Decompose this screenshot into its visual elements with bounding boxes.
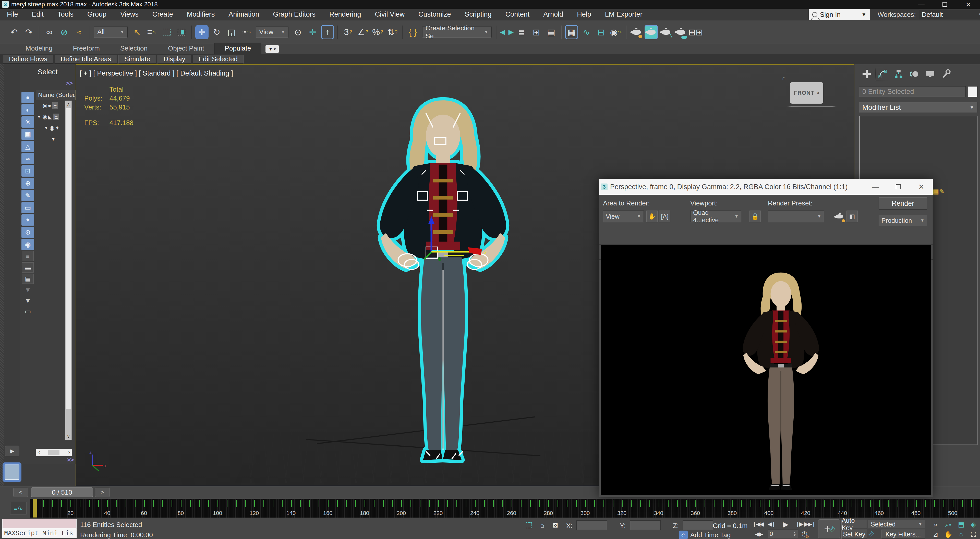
selection-filter-dropdown[interactable]: All▼ bbox=[94, 27, 128, 38]
edit-selected-button[interactable]: Edit Selected bbox=[193, 55, 243, 64]
filter-icon[interactable]: ▼ bbox=[22, 296, 34, 306]
render-setup-button[interactable] bbox=[630, 25, 643, 39]
window-crossing-toggle[interactable] bbox=[175, 25, 188, 39]
next-frame-button[interactable]: > bbox=[95, 488, 110, 497]
maximize-viewport-toggle[interactable]: ⛶ bbox=[967, 529, 979, 539]
key-mode-toggle[interactable]: ◀▶ bbox=[754, 529, 764, 539]
spinner-snap-toggle[interactable]: ⇅? bbox=[386, 25, 399, 39]
tab-motion[interactable] bbox=[907, 67, 922, 81]
render-mode-dropdown[interactable]: Production▼ bbox=[879, 215, 927, 226]
ribbon-options-dropdown[interactable]: ▼ ▾ bbox=[266, 45, 279, 53]
menu-item-edit[interactable]: Edit bbox=[25, 11, 51, 18]
select-and-scale-button[interactable]: ◱ bbox=[225, 25, 238, 39]
eye-icon[interactable]: ◉ bbox=[42, 102, 47, 109]
angle-snap-toggle[interactable]: ∠? bbox=[356, 25, 369, 39]
container-icon[interactable]: ▭ bbox=[22, 306, 34, 316]
rectangular-selection-region-button[interactable] bbox=[160, 25, 173, 39]
material-editor-button[interactable]: ◉↷ bbox=[609, 25, 623, 39]
display-biped-toggle[interactable]: ✦ bbox=[21, 215, 34, 226]
toggle-ribbon-button[interactable]: ▦ bbox=[565, 25, 578, 39]
named-selection-sets-dropdown[interactable]: Create Selection Se▼ bbox=[422, 27, 492, 38]
unlink-selection-icon[interactable]: ⊘ bbox=[57, 25, 71, 39]
maxscript-listener-field[interactable]: MAXScript Mini Lis bbox=[2, 528, 76, 538]
display-helpers-toggle[interactable]: △ bbox=[21, 141, 34, 152]
ribbon-tab-freeform[interactable]: Freeform bbox=[63, 43, 110, 54]
define-idle-areas-button[interactable]: Define Idle Areas bbox=[55, 55, 117, 64]
lock-icon[interactable]: 🔒 bbox=[749, 211, 761, 222]
select-object-button[interactable]: ↖ bbox=[130, 25, 144, 39]
maxscript-mini-listener[interactable]: MAXScript Mini Lis bbox=[2, 519, 76, 539]
display-cameras-toggle[interactable]: ▣ bbox=[21, 129, 34, 140]
close-button[interactable]: × bbox=[956, 0, 980, 9]
expand-icon[interactable]: ▼ bbox=[50, 137, 57, 142]
set-key-button[interactable]: Set Key bbox=[842, 529, 867, 539]
tab-utilities[interactable] bbox=[939, 67, 953, 81]
render-window-title-bar[interactable]: 3 Perspective, frame 0, Display Gamma: 2… bbox=[599, 179, 933, 195]
render-preset-dropdown[interactable]: ▼ bbox=[768, 211, 824, 222]
flat-view-button[interactable]: ▬ bbox=[22, 262, 34, 273]
modifier-list-dropdown[interactable]: Modifier List ▼ bbox=[859, 102, 977, 113]
display-visibility-toggle[interactable]: ◉ bbox=[21, 239, 34, 250]
sign-in-button[interactable]: Sign In ▼ bbox=[809, 9, 870, 20]
time-configuration-icon[interactable]: ◷⚙ bbox=[802, 529, 811, 537]
set-keys-button[interactable]: +⚿ bbox=[818, 519, 840, 538]
rendered-frame-window-button[interactable] bbox=[644, 25, 658, 39]
viewport-dropdown[interactable]: Quad 4...ective▼ bbox=[690, 211, 741, 222]
list-view-button[interactable]: ≡ bbox=[22, 251, 34, 261]
menu-item-help[interactable]: Help bbox=[570, 11, 598, 18]
tab-create[interactable] bbox=[859, 67, 874, 81]
undo-button[interactable]: ↶ bbox=[7, 25, 21, 39]
ribbon-tab-object-paint[interactable]: Object Paint bbox=[158, 43, 215, 54]
mini-play-button[interactable]: ▶ bbox=[5, 445, 19, 456]
orbit-icon[interactable]: ◌ bbox=[955, 529, 967, 539]
auto-key-button[interactable]: Auto Key bbox=[842, 520, 867, 529]
display-lights-toggle[interactable]: ☀ bbox=[21, 116, 34, 127]
previous-frame-button[interactable]: ◀❘ bbox=[765, 520, 778, 529]
add-time-tag[interactable]: ◇ Add Time Tag bbox=[679, 531, 731, 539]
time-slider-handle[interactable]: 0 / 510 bbox=[31, 487, 93, 497]
tab-hierarchy[interactable] bbox=[891, 67, 906, 81]
key-filters-button[interactable]: Key Filters... bbox=[881, 529, 925, 539]
explorer-overflow-icon[interactable]: >> bbox=[67, 456, 74, 463]
absolute-mode-icon[interactable]: ⊠ bbox=[550, 520, 561, 530]
menu-item-rendering[interactable]: Rendering bbox=[322, 11, 368, 18]
zoom-region-icon[interactable]: ⊿ bbox=[930, 529, 942, 539]
tab-display[interactable] bbox=[923, 67, 938, 81]
eye-icon[interactable]: ◉ bbox=[42, 114, 47, 120]
viewport-label[interactable]: [ + ] [ Perspective ] [ Standard ] [ Def… bbox=[80, 69, 233, 77]
bind-to-space-warp-icon[interactable]: ≈ bbox=[72, 25, 86, 39]
select-and-manipulate-button[interactable]: ✛ bbox=[306, 25, 319, 39]
zoom-extents-all-icon[interactable]: ◈ bbox=[967, 520, 979, 529]
minimize-button[interactable]: — bbox=[864, 179, 887, 195]
percent-snap-toggle[interactable]: %? bbox=[371, 25, 384, 39]
minimize-button[interactable]: — bbox=[910, 0, 933, 9]
asset-library-button[interactable]: ⊞⊞ bbox=[689, 25, 702, 39]
display-button[interactable]: Display bbox=[158, 55, 191, 64]
ribbon-tab-modeling[interactable]: Modeling bbox=[15, 43, 63, 54]
play-button[interactable]: ▶ bbox=[779, 520, 792, 529]
menu-item-animation[interactable]: Animation bbox=[221, 11, 266, 18]
menu-item-views[interactable]: Views bbox=[113, 11, 145, 18]
menu-item-create[interactable]: Create bbox=[145, 11, 180, 18]
explorer-overflow-icon[interactable]: >> bbox=[65, 79, 73, 87]
toggle-layer-explorer-button[interactable]: ▤ bbox=[544, 25, 558, 39]
dock-grip[interactable] bbox=[0, 64, 3, 486]
display-spacewarps-toggle[interactable]: ≈ bbox=[21, 153, 34, 164]
display-bones-toggle[interactable]: ✎ bbox=[21, 190, 34, 201]
auto-region-icon[interactable]: [A] bbox=[659, 211, 670, 222]
display-shapes-toggle[interactable]: ◐ bbox=[21, 104, 34, 115]
mini-curve-editor-icon[interactable]: ≡∿ bbox=[10, 502, 27, 515]
mirror-button[interactable]: ◄► bbox=[500, 25, 513, 39]
go-to-end-button[interactable]: ▶▶❘ bbox=[803, 520, 816, 529]
menu-item-scripting[interactable]: Scripting bbox=[458, 11, 498, 18]
redo-button[interactable]: ↷ bbox=[22, 25, 35, 39]
rendered-image[interactable] bbox=[601, 245, 931, 495]
isolate-selection-icon[interactable] bbox=[524, 520, 534, 530]
toggle-scene-explorer-button[interactable]: ⊞ bbox=[530, 25, 543, 39]
menu-item-file[interactable]: File bbox=[0, 11, 25, 18]
select-and-rotate-button[interactable]: ↻ bbox=[210, 25, 223, 39]
menu-item-modifiers[interactable]: Modifiers bbox=[180, 11, 222, 18]
expand-icon[interactable]: ▼ bbox=[43, 126, 49, 130]
edit-named-selection-sets-button[interactable]: { } bbox=[406, 25, 419, 39]
current-frame-field[interactable]: 0▲▼ bbox=[768, 529, 798, 538]
